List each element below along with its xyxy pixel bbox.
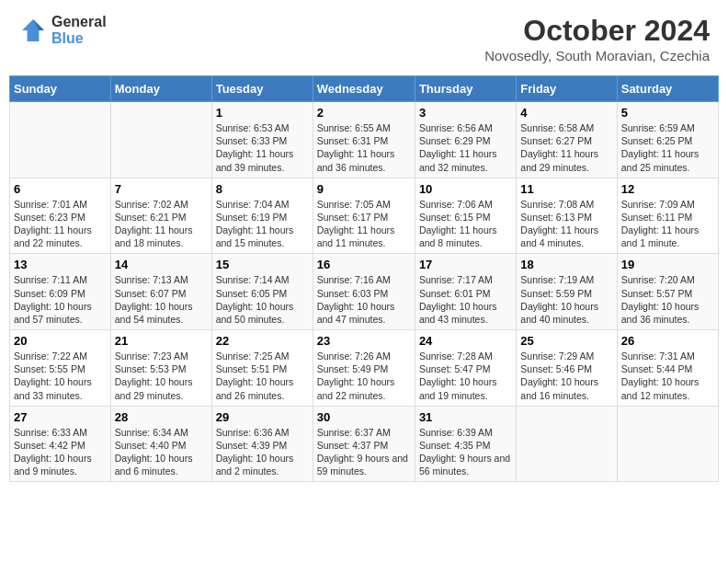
day-number: 2 (317, 106, 411, 120)
day-info: Sunrise: 7:17 AMSunset: 6:01 PMDaylight:… (419, 273, 512, 326)
day-info: Sunrise: 6:39 AMSunset: 4:35 PMDaylight:… (419, 426, 512, 478)
day-number: 3 (419, 106, 512, 120)
calendar-cell: 23Sunrise: 7:26 AMSunset: 5:49 PMDayligh… (313, 330, 415, 407)
day-info: Sunrise: 7:31 AMSunset: 5:44 PMDaylight:… (621, 350, 714, 402)
day-number: 8 (216, 182, 309, 196)
day-info: Sunrise: 7:01 AMSunset: 6:23 PMDaylight:… (14, 198, 107, 250)
calendar-cell: 15Sunrise: 7:14 AMSunset: 6:05 PMDayligh… (211, 254, 313, 330)
day-info: Sunrise: 7:23 AMSunset: 5:53 PMDaylight:… (115, 350, 208, 402)
day-number: 10 (419, 182, 512, 196)
day-number: 21 (115, 334, 208, 348)
calendar-cell: 3Sunrise: 6:56 AMSunset: 6:29 PMDaylight… (415, 102, 516, 178)
calendar-cell: 26Sunrise: 7:31 AMSunset: 5:44 PMDayligh… (617, 330, 718, 407)
weekday-header-row: SundayMondayTuesdayWednesdayThursdayFrid… (10, 76, 719, 102)
day-info: Sunrise: 6:56 AMSunset: 6:29 PMDaylight:… (419, 121, 512, 174)
calendar-cell: 28Sunrise: 6:34 AMSunset: 4:40 PMDayligh… (110, 406, 211, 482)
day-info: Sunrise: 7:14 AMSunset: 6:05 PMDaylight:… (216, 273, 309, 326)
calendar-cell: 18Sunrise: 7:19 AMSunset: 5:59 PMDayligh… (517, 254, 617, 330)
calendar-cell (517, 406, 617, 482)
calendar-cell: 27Sunrise: 6:33 AMSunset: 4:42 PMDayligh… (10, 406, 111, 482)
day-number: 6 (14, 182, 107, 196)
week-row-4: 20Sunrise: 7:22 AMSunset: 5:55 PMDayligh… (10, 330, 719, 407)
day-info: Sunrise: 7:02 AMSunset: 6:21 PMDaylight:… (115, 198, 208, 250)
day-info: Sunrise: 7:20 AMSunset: 5:57 PMDaylight:… (621, 273, 714, 326)
calendar-cell: 19Sunrise: 7:20 AMSunset: 5:57 PMDayligh… (617, 254, 718, 330)
day-info: Sunrise: 6:34 AMSunset: 4:40 PMDaylight:… (115, 426, 208, 478)
page-header: General Blue October 2024 Novosedly, Sou… (9, 9, 719, 68)
day-number: 20 (14, 334, 107, 348)
calendar-cell: 30Sunrise: 6:37 AMSunset: 4:37 PMDayligh… (313, 406, 415, 482)
day-info: Sunrise: 6:59 AMSunset: 6:25 PMDaylight:… (621, 121, 714, 174)
calendar-body: 1Sunrise: 6:53 AMSunset: 6:33 PMDaylight… (10, 102, 719, 482)
day-info: Sunrise: 7:09 AMSunset: 6:11 PMDaylight:… (621, 198, 714, 250)
calendar-cell: 31Sunrise: 6:39 AMSunset: 4:35 PMDayligh… (415, 406, 516, 482)
day-number: 1 (216, 106, 309, 120)
day-info: Sunrise: 7:22 AMSunset: 5:55 PMDaylight:… (14, 350, 107, 402)
weekday-header-friday: Friday (517, 76, 617, 102)
day-number: 5 (621, 106, 714, 120)
day-number: 22 (216, 334, 309, 348)
day-number: 11 (520, 182, 612, 196)
day-info: Sunrise: 7:25 AMSunset: 5:51 PMDaylight:… (216, 350, 309, 402)
calendar-cell: 12Sunrise: 7:09 AMSunset: 6:11 PMDayligh… (617, 178, 718, 254)
calendar-cell: 21Sunrise: 7:23 AMSunset: 5:53 PMDayligh… (110, 330, 211, 407)
day-number: 26 (621, 334, 714, 348)
day-info: Sunrise: 7:04 AMSunset: 6:19 PMDaylight:… (216, 198, 309, 250)
day-info: Sunrise: 7:26 AMSunset: 5:49 PMDaylight:… (317, 350, 411, 402)
calendar-cell: 22Sunrise: 7:25 AMSunset: 5:51 PMDayligh… (211, 330, 313, 407)
day-number: 29 (216, 410, 309, 424)
day-number: 27 (14, 410, 107, 424)
day-number: 28 (115, 410, 208, 424)
day-number: 25 (520, 334, 612, 348)
day-info: Sunrise: 6:36 AMSunset: 4:39 PMDaylight:… (216, 426, 309, 478)
day-info: Sunrise: 7:08 AMSunset: 6:13 PMDaylight:… (520, 198, 612, 250)
calendar-cell: 8Sunrise: 7:04 AMSunset: 6:19 PMDaylight… (211, 178, 313, 254)
calendar-header: SundayMondayTuesdayWednesdayThursdayFrid… (10, 76, 719, 102)
day-number: 17 (419, 258, 512, 271)
day-number: 19 (621, 258, 714, 271)
weekday-header-saturday: Saturday (617, 76, 718, 102)
day-info: Sunrise: 7:19 AMSunset: 5:59 PMDaylight:… (520, 273, 612, 326)
calendar-cell: 1Sunrise: 6:53 AMSunset: 6:33 PMDaylight… (211, 102, 313, 178)
day-number: 14 (115, 258, 208, 271)
day-number: 31 (419, 410, 512, 424)
logo-icon (18, 16, 48, 45)
month-title: October 2024 (484, 14, 710, 48)
day-number: 18 (520, 258, 612, 271)
calendar-cell: 9Sunrise: 7:05 AMSunset: 6:17 PMDaylight… (313, 178, 415, 254)
day-info: Sunrise: 7:13 AMSunset: 6:07 PMDaylight:… (115, 273, 208, 326)
week-row-2: 6Sunrise: 7:01 AMSunset: 6:23 PMDaylight… (10, 178, 719, 254)
day-number: 23 (317, 334, 411, 348)
logo-general-label: General (51, 14, 107, 30)
logo-blue-label: Blue (51, 30, 107, 47)
calendar-cell: 29Sunrise: 6:36 AMSunset: 4:39 PMDayligh… (211, 406, 313, 482)
day-info: Sunrise: 6:58 AMSunset: 6:27 PMDaylight:… (520, 121, 612, 174)
day-info: Sunrise: 6:53 AMSunset: 6:33 PMDaylight:… (216, 121, 309, 174)
location-subtitle: Novosedly, South Moravian, Czechia (484, 48, 710, 63)
day-number: 12 (621, 182, 714, 196)
day-info: Sunrise: 7:06 AMSunset: 6:15 PMDaylight:… (419, 198, 512, 250)
day-info: Sunrise: 7:28 AMSunset: 5:47 PMDaylight:… (419, 350, 512, 402)
calendar-cell: 7Sunrise: 7:02 AMSunset: 6:21 PMDaylight… (110, 178, 211, 254)
day-number: 4 (520, 106, 612, 120)
day-info: Sunrise: 7:16 AMSunset: 6:03 PMDaylight:… (317, 273, 411, 326)
calendar-cell (110, 102, 211, 178)
calendar-cell: 11Sunrise: 7:08 AMSunset: 6:13 PMDayligh… (517, 178, 617, 254)
calendar-cell: 16Sunrise: 7:16 AMSunset: 6:03 PMDayligh… (313, 254, 415, 330)
weekday-header-monday: Monday (110, 76, 211, 102)
calendar-cell: 20Sunrise: 7:22 AMSunset: 5:55 PMDayligh… (10, 330, 111, 407)
week-row-5: 27Sunrise: 6:33 AMSunset: 4:42 PMDayligh… (10, 406, 719, 482)
day-info: Sunrise: 6:37 AMSunset: 4:37 PMDaylight:… (317, 426, 411, 478)
day-number: 9 (317, 182, 411, 196)
calendar-cell: 2Sunrise: 6:55 AMSunset: 6:31 PMDaylight… (313, 102, 415, 178)
calendar-cell (10, 102, 111, 178)
calendar-cell: 6Sunrise: 7:01 AMSunset: 6:23 PMDaylight… (10, 178, 111, 254)
day-info: Sunrise: 6:33 AMSunset: 4:42 PMDaylight:… (14, 426, 107, 478)
week-row-3: 13Sunrise: 7:11 AMSunset: 6:09 PMDayligh… (10, 254, 719, 330)
calendar-cell: 14Sunrise: 7:13 AMSunset: 6:07 PMDayligh… (110, 254, 211, 330)
day-number: 7 (115, 182, 208, 196)
weekday-header-wednesday: Wednesday (313, 76, 415, 102)
logo-text: General Blue (51, 14, 107, 46)
day-number: 24 (419, 334, 512, 348)
calendar-cell: 24Sunrise: 7:28 AMSunset: 5:47 PMDayligh… (415, 330, 516, 407)
